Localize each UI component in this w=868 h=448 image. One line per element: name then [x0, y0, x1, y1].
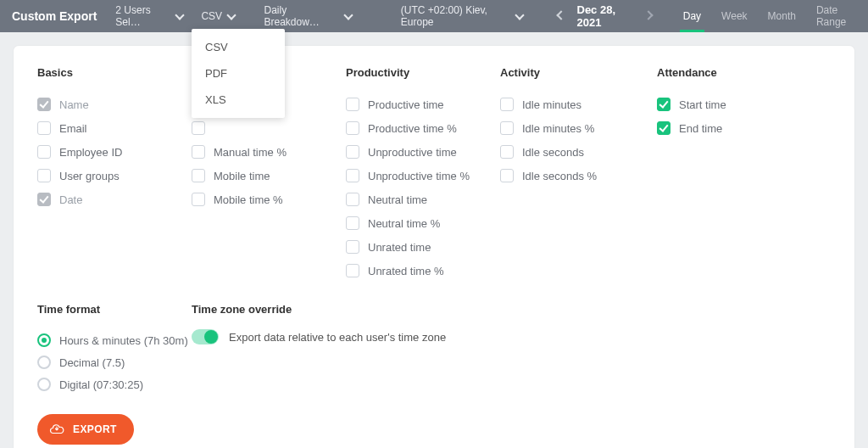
checkbox-icon [192, 121, 205, 135]
column-basics-header: Basics [37, 66, 192, 79]
radio-icon [37, 378, 51, 391]
timezone-selector-label: (UTC +02:00) Kiev, Europe [401, 4, 510, 28]
radio-decimal[interactable]: Decimal (7.5) [37, 351, 192, 373]
checkbox-unrated-time[interactable]: Unrated time [346, 235, 500, 259]
column-attendance-header: Attendance [657, 66, 801, 79]
chevron-down-icon [344, 12, 352, 20]
checkbox-icon [37, 121, 51, 135]
export-button-label: EXPORT [73, 423, 117, 435]
column-productivity: Productivity Productive time Productive … [346, 66, 500, 283]
format-option-csv[interactable]: CSV [192, 34, 285, 60]
checkbox-icon [657, 121, 670, 135]
tz-override-header: Time zone override [192, 303, 831, 316]
users-selector-label: 2 Users Sel… [115, 4, 170, 28]
timezone-selector[interactable]: (UTC +02:00) Kiev, Europe [401, 0, 523, 32]
checkbox-icon [37, 145, 51, 159]
format-selector-label: CSV [201, 10, 222, 22]
checkbox-icon [37, 193, 51, 206]
checkbox-time-2[interactable] [192, 116, 346, 140]
format-option-pdf[interactable]: PDF [192, 60, 285, 87]
tz-override-label: Export data relative to each user's time… [229, 331, 446, 344]
format-selector[interactable]: CSV [201, 0, 245, 32]
checkbox-icon [192, 193, 205, 206]
column-basics: Basics Name Email Employee ID User group… [37, 66, 192, 283]
checkbox-icon [346, 121, 359, 135]
radio-digital[interactable]: Digital (07:30:25) [37, 373, 192, 395]
checkbox-icon [346, 193, 359, 206]
range-tabs: Day Week Month Date Range [673, 0, 860, 32]
toggle-knob-icon [204, 330, 218, 344]
topbar: Custom Export 2 Users Sel… CSV Daily Bre… [0, 0, 868, 32]
checkbox-icon [500, 169, 514, 182]
checkbox-idle-minutes[interactable]: Idle minutes [500, 92, 657, 116]
column-attendance: Attendance Start time End time [657, 66, 801, 283]
checkbox-idle-seconds-pct[interactable]: Idle seconds % [500, 164, 657, 188]
radio-hours-minutes[interactable]: Hours & minutes (7h 30m) [37, 329, 192, 351]
checkbox-icon [346, 264, 359, 277]
column-activity-header: Activity [500, 66, 657, 79]
tab-day[interactable]: Day [673, 0, 711, 32]
checkbox-mobile-time[interactable]: Mobile time [192, 164, 346, 188]
tz-override-toggle[interactable] [192, 329, 219, 344]
tab-week[interactable]: Week [711, 0, 757, 32]
checkbox-icon [500, 145, 514, 159]
time-format-group: Time format Hours & minutes (7h 30m) Dec… [37, 303, 192, 395]
column-activity: Activity Idle minutes Idle minutes % Idl… [500, 66, 657, 283]
format-option-xls[interactable]: XLS [192, 87, 285, 113]
checkbox-date[interactable]: Date [37, 188, 192, 211]
checkbox-icon [192, 145, 205, 159]
checkbox-icon [346, 98, 359, 111]
current-date[interactable]: Dec 28, 2021 [577, 3, 632, 29]
checkbox-unproductive-time[interactable]: Unproductive time [346, 140, 500, 164]
chevron-right-icon [644, 12, 653, 20]
checkbox-user-groups[interactable]: User groups [37, 164, 192, 188]
checkbox-icon [657, 98, 670, 111]
radio-icon [37, 356, 51, 369]
checkbox-employee-id[interactable]: Employee ID [37, 140, 192, 164]
checkbox-idle-minutes-pct[interactable]: Idle minutes % [500, 116, 657, 140]
tab-month[interactable]: Month [758, 0, 806, 32]
export-button[interactable]: EXPORT [37, 414, 134, 445]
checkbox-icon [500, 121, 514, 135]
radio-icon [37, 333, 51, 347]
checkbox-email[interactable]: Email [37, 116, 192, 140]
checkbox-icon [37, 169, 51, 182]
checkbox-icon [346, 169, 359, 182]
page-title: Custom Export [12, 9, 97, 23]
time-format-header: Time format [37, 303, 192, 316]
chevron-down-icon [175, 12, 183, 20]
checkbox-unproductive-time-pct[interactable]: Unproductive time % [346, 164, 500, 188]
chevron-down-icon [515, 12, 523, 20]
checkbox-productive-time-pct[interactable]: Productive time % [346, 116, 500, 140]
cloud-download-icon [49, 422, 64, 437]
checkbox-icon [346, 145, 359, 159]
export-card: Basics Name Email Employee ID User group… [14, 46, 854, 448]
tab-date-range[interactable]: Date Range [806, 0, 860, 32]
checkbox-manual-time-pct[interactable]: Manual time % [192, 140, 346, 164]
checkbox-icon [37, 98, 51, 111]
checkbox-icon [500, 98, 514, 111]
chevron-left-icon [557, 12, 565, 20]
checkbox-neutral-time[interactable]: Neutral time [346, 188, 500, 211]
format-dropdown: CSV PDF XLS [192, 29, 285, 118]
checkbox-productive-time[interactable]: Productive time [346, 92, 500, 116]
breakdown-selector-label: Daily Breakdow… [264, 4, 338, 28]
checkbox-idle-seconds[interactable]: Idle seconds [500, 140, 657, 164]
chevron-down-icon [227, 12, 236, 20]
checkbox-icon [346, 240, 359, 254]
date-navigator: Dec 28, 2021 [557, 3, 653, 29]
breakdown-selector[interactable]: Daily Breakdow… [264, 0, 351, 32]
checkbox-start-time[interactable]: Start time [657, 92, 801, 116]
checkbox-icon [192, 169, 205, 182]
tz-override-group: Time zone override Export data relative … [192, 303, 831, 395]
prev-day-button[interactable] [557, 10, 565, 23]
checkbox-name[interactable]: Name [37, 92, 192, 116]
checkbox-icon [346, 216, 359, 230]
column-productivity-header: Productivity [346, 66, 500, 79]
checkbox-mobile-time-pct[interactable]: Mobile time % [192, 188, 346, 211]
users-selector[interactable]: 2 Users Sel… [115, 0, 182, 32]
checkbox-end-time[interactable]: End time [657, 116, 801, 140]
checkbox-unrated-time-pct[interactable]: Unrated time % [346, 259, 500, 283]
checkbox-neutral-time-pct[interactable]: Neutral time % [346, 211, 500, 235]
next-day-button[interactable] [644, 10, 653, 23]
